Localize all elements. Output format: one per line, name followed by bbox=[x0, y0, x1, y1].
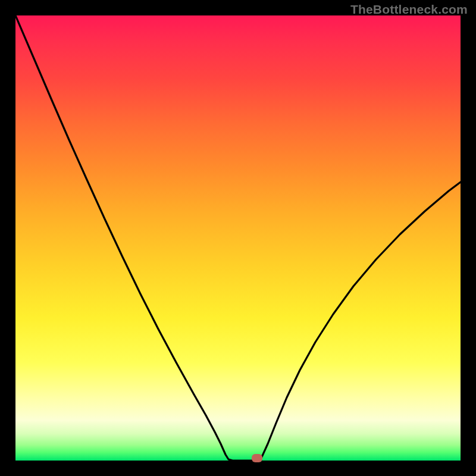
curve-path bbox=[15, 15, 461, 461]
optimal-marker bbox=[252, 454, 262, 462]
bottleneck-curve bbox=[15, 15, 461, 461]
chart-frame: TheBottleneck.com bbox=[0, 0, 476, 476]
watermark-text: TheBottleneck.com bbox=[350, 2, 468, 17]
